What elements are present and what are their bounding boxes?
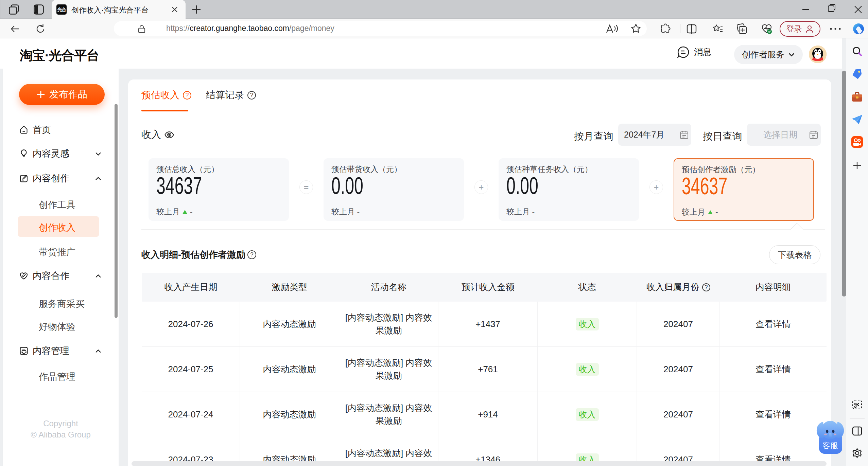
svg-text:客服: 客服 [822, 441, 838, 450]
